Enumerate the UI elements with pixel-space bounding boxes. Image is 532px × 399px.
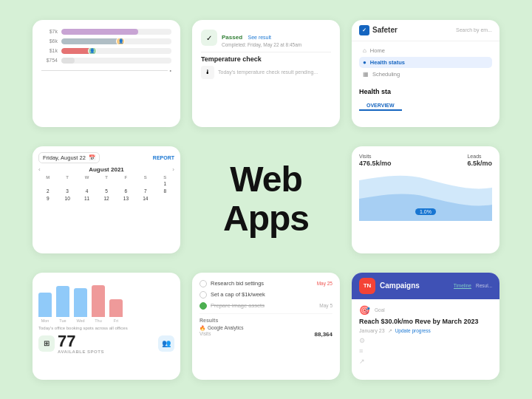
label-thu: Thu xyxy=(95,318,101,323)
label-fri: Fri xyxy=(114,318,118,323)
bar-label-2: $6k xyxy=(41,38,58,44)
task-date-1: May 25 xyxy=(317,281,332,286)
bar-thu xyxy=(92,285,105,317)
users-icon: 👥 xyxy=(158,335,174,352)
campaigns-title: Campaigns xyxy=(380,282,449,290)
month-header: ‹ August 2021 › xyxy=(38,166,174,173)
app-logo: ✓ Safeter xyxy=(359,25,398,35)
results-label: Results xyxy=(200,318,332,323)
cal-day-7[interactable]: 7 xyxy=(136,188,154,194)
nav-home-label: Home xyxy=(370,47,385,54)
cal-day-12[interactable]: 12 xyxy=(97,195,115,202)
health-section-title: Health sta xyxy=(352,84,499,97)
cal-day-5[interactable]: 5 xyxy=(97,188,115,194)
report-button[interactable]: REPORT xyxy=(153,155,174,160)
day-header-t: T xyxy=(58,175,76,180)
nav-health-status[interactable]: ● Health status xyxy=(359,57,492,68)
schedule-icon: ▦ xyxy=(363,71,369,78)
cal-day-6[interactable]: 6 xyxy=(117,188,135,194)
update-link[interactable]: Update progress xyxy=(395,328,431,333)
task-row-1: Research bid settings May 25 xyxy=(200,280,332,287)
selected-date: Friday, August 22 xyxy=(43,154,86,161)
spots-data: 77 AVAILABLE SPOTS xyxy=(58,333,104,354)
bar-tue xyxy=(56,286,69,317)
tab-timeline[interactable]: Timeline xyxy=(454,283,471,289)
office-bar-chart: Mon Tue Wed Thu Fri xyxy=(38,279,174,323)
status-row: ✓ Passed See result Completed: Friday, M… xyxy=(201,29,331,47)
avatar-1: 👤 xyxy=(116,38,125,44)
cal-day[interactable] xyxy=(117,180,135,187)
cal-day[interactable] xyxy=(38,180,57,187)
next-month-button[interactable]: › xyxy=(172,166,174,173)
prev-month-button[interactable]: ‹ xyxy=(38,166,41,173)
cal-day-11[interactable]: 11 xyxy=(78,195,96,202)
bar-fill-1 xyxy=(61,29,138,35)
cal-day[interactable] xyxy=(58,180,76,187)
cal-day-4[interactable]: 4 xyxy=(78,188,96,194)
cal-day-3[interactable]: 3 xyxy=(58,188,76,194)
cal-day-8[interactable]: 8 xyxy=(156,188,174,194)
task-row-3: Prepare image assets May 5 xyxy=(200,302,332,310)
tab-results[interactable]: Resul... xyxy=(476,283,492,289)
visits-label: Visits xyxy=(359,154,392,159)
task-row-2: Set a cap of $1k/week xyxy=(200,291,332,299)
cal-day[interactable] xyxy=(97,180,115,187)
status-info: Passed See result Completed: Friday, May… xyxy=(222,29,301,47)
cal-day-13[interactable]: 13 xyxy=(117,195,135,202)
search-placeholder[interactable]: Search by em... xyxy=(456,27,492,33)
date-input[interactable]: Friday, August 22 📅 xyxy=(38,152,100,163)
results-row: Visits 88,364 xyxy=(200,331,332,338)
visits-value: 476.5k/mo xyxy=(359,160,392,167)
app-grid: $7k $6k 👤 $1k 👤 $754 xyxy=(33,16,499,383)
cal-day-2[interactable]: 2 xyxy=(38,188,57,194)
goal-info: Goal xyxy=(375,307,385,313)
salary-chart-card: $7k $6k 👤 $1k 👤 $754 xyxy=(33,20,180,127)
bar-fri xyxy=(109,299,123,317)
task-checkbox-3[interactable] xyxy=(200,302,207,310)
logo-icon: ✓ xyxy=(359,25,369,35)
bar-label-3: $1k xyxy=(41,48,58,53)
progress-date: January 23 xyxy=(359,328,385,333)
cal-day-1[interactable]: 1 xyxy=(156,180,174,187)
spots-count: 77 xyxy=(58,333,104,349)
temperature-check-card: ✓ Passed See result Completed: Friday, M… xyxy=(192,20,340,127)
bar-track-2: 👤 xyxy=(61,38,171,44)
funnel-chart: 1.0% xyxy=(359,173,492,221)
bar-track-3: 👤 xyxy=(61,48,171,54)
pending-text: Today's temperature check result pending… xyxy=(218,69,318,75)
nav-schedule-label: Scheduling xyxy=(372,71,400,78)
bar-fill-4 xyxy=(61,58,75,64)
logo-text: Safeter xyxy=(372,26,398,34)
passed-label: Passed xyxy=(222,34,242,41)
nav-scheduling[interactable]: ▦ Scheduling xyxy=(359,69,492,80)
campaigns-card: TN Campaigns Timeline Resul... 🎯 Goal Re… xyxy=(352,273,499,380)
cal-day-14[interactable]: 14 xyxy=(136,195,154,202)
center-title-cell: Web Apps xyxy=(223,160,309,239)
task-checkbox-1[interactable] xyxy=(200,280,207,287)
target-icon: 🎯 xyxy=(359,305,370,316)
calendar-icon: 📅 xyxy=(89,154,95,161)
task-checkbox-2[interactable] xyxy=(200,291,207,299)
nav-home[interactable]: ⌂ Home xyxy=(359,45,492,56)
cal-day-10[interactable]: 10 xyxy=(58,195,76,202)
progress-row: January 23 ↗ Update progress xyxy=(359,328,492,334)
leads-label: Leads xyxy=(467,154,492,159)
bar-mon xyxy=(38,293,52,317)
cal-day[interactable] xyxy=(136,180,154,187)
section-divider xyxy=(200,313,332,314)
day-header-s: S xyxy=(136,175,154,180)
tab-bar: OVERVIEW xyxy=(352,97,499,111)
safeter-card: ✓ Safeter Search by em... ⌂ Home ● Healt… xyxy=(352,20,499,127)
title-line2: Apps xyxy=(223,199,309,238)
bar-label-4: $754 xyxy=(41,58,58,63)
chart-caption: Today's office booking spots across all … xyxy=(38,326,174,330)
see-result-link[interactable]: See result xyxy=(248,35,271,40)
status-line: Passed See result xyxy=(222,29,301,42)
calendar-card: Friday, August 22 📅 REPORT ‹ August 2021… xyxy=(33,146,180,253)
overview-tab[interactable]: OVERVIEW xyxy=(359,103,402,111)
goal-label: Goal xyxy=(375,307,385,313)
day-header-m: M xyxy=(38,175,57,180)
cal-day-9[interactable]: 9 xyxy=(38,195,57,202)
day-header-s2: S xyxy=(156,175,174,180)
cal-day[interactable] xyxy=(78,180,96,187)
